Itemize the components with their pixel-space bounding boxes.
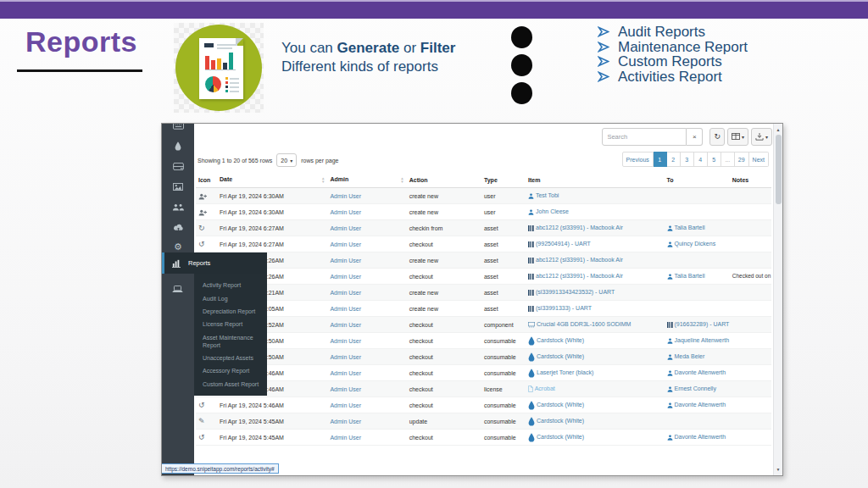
- pagination-next[interactable]: Next: [749, 152, 769, 167]
- cell-date: Fri Apr 19, 2024 5:45AM: [217, 413, 327, 430]
- pagination-page-29[interactable]: 29: [735, 152, 749, 167]
- pagination-previous[interactable]: Previous: [622, 152, 654, 167]
- pagination-page-1[interactable]: 1: [654, 152, 667, 167]
- item-link[interactable]: John Cleese: [528, 208, 569, 214]
- to-link[interactable]: Talia Bartell: [667, 225, 705, 230]
- to-link[interactable]: Jaqueline Altenwerth: [667, 337, 730, 343]
- admin-link[interactable]: Admin User: [330, 402, 361, 408]
- submenu-item-custom-asset-report[interactable]: Custom Asset Report: [203, 378, 267, 391]
- item-link[interactable]: Crucial 4GB DDR3L-1600 SODIMM: [528, 321, 631, 327]
- droplet-icon[interactable]: [175, 140, 181, 151]
- scroll-down-icon[interactable]: ▼: [774, 467, 782, 472]
- item-link[interactable]: abc1212 (sl33991) - Macbook Air: [528, 273, 623, 279]
- to-link[interactable]: Talia Bartell: [667, 273, 705, 279]
- column-header-admin[interactable]: Admin▲▼: [327, 173, 406, 188]
- cell-to: (916632289) - UART: [665, 317, 730, 333]
- admin-link[interactable]: Admin User: [330, 258, 361, 263]
- pagination-page-4[interactable]: 4: [694, 152, 708, 167]
- to-link[interactable]: Davonte Altenwerth: [667, 402, 726, 408]
- cell-item: Cardstock (White): [526, 430, 664, 446]
- submenu-item-audit-log[interactable]: Audit Log: [203, 291, 267, 304]
- submenu-item-activity-report[interactable]: Activity Report: [203, 279, 267, 291]
- to-link[interactable]: Meda Beier: [667, 353, 705, 359]
- laptop-icon[interactable]: [172, 281, 183, 297]
- column-header-date[interactable]: Date▲▼: [217, 173, 327, 188]
- page-size-dropdown[interactable]: 20▾: [276, 153, 297, 167]
- admin-link[interactable]: Admin User: [330, 225, 361, 231]
- submenu-item-accessory-report[interactable]: Accessory Report: [203, 364, 267, 377]
- item-link[interactable]: (sl339913343423532) - UART: [528, 289, 615, 295]
- pie-chart-graphic: [205, 76, 221, 92]
- keyboard-icon[interactable]: [173, 123, 184, 130]
- columns-button[interactable]: ▾: [727, 128, 748, 146]
- admin-link[interactable]: Admin User: [330, 370, 361, 376]
- submenu-item-license-report[interactable]: License Report: [203, 318, 267, 330]
- image-icon[interactable]: [173, 180, 183, 191]
- to-link[interactable]: Davonte Altenwerth: [667, 369, 726, 375]
- scrollbar-thumb[interactable]: [776, 135, 782, 204]
- hdd-icon[interactable]: [173, 160, 184, 171]
- cell-date: Fri Apr 19, 2024 6:27AM: [217, 220, 327, 236]
- to-link[interactable]: (916632289) - UART: [667, 321, 730, 327]
- to-link[interactable]: Quincy Dickens: [667, 241, 716, 247]
- scroll-up-icon[interactable]: ▲: [774, 127, 782, 132]
- cell-notes: [730, 430, 771, 446]
- item-link[interactable]: Cardstock (White): [528, 353, 584, 359]
- submenu-item-unaccepted-assets[interactable]: Unaccepted Assets: [203, 352, 267, 364]
- cell-notes: [730, 413, 771, 430]
- pagination-page-5[interactable]: 5: [708, 152, 721, 167]
- item-link[interactable]: Test Tobi: [528, 192, 559, 198]
- cell-action: create new: [407, 188, 481, 204]
- admin-link[interactable]: Admin User: [330, 274, 361, 280]
- cell-to: [665, 285, 730, 301]
- cell-notes: [730, 317, 771, 333]
- admin-link[interactable]: Admin User: [330, 209, 361, 215]
- vertical-scrollbar[interactable]: ▲ ▼: [773, 124, 782, 475]
- item-link[interactable]: abc1212 (sl33991) - Macbook Air: [528, 225, 623, 230]
- bullet-dot: [511, 82, 532, 104]
- admin-link[interactable]: Admin User: [330, 306, 361, 312]
- gear-icon[interactable]: ⚙: [174, 241, 182, 252]
- export-button[interactable]: ▾: [751, 128, 772, 146]
- admin-link[interactable]: Admin User: [330, 419, 361, 424]
- admin-link[interactable]: Admin User: [330, 290, 361, 296]
- admin-link[interactable]: Admin User: [330, 386, 361, 392]
- admin-link[interactable]: Admin User: [330, 193, 361, 199]
- admin-link[interactable]: Admin User: [330, 354, 361, 360]
- refresh-icon: ↻: [714, 132, 721, 141]
- cell-action: checkout: [407, 349, 481, 365]
- admin-link[interactable]: Admin User: [330, 338, 361, 344]
- pagination-page-3[interactable]: 3: [681, 152, 694, 167]
- table-row: Fri Apr 19, 2024 6:30AMAdmin Usercreate …: [196, 204, 771, 220]
- item-link[interactable]: Cardstock (White): [528, 402, 584, 408]
- cloud-upload-icon[interactable]: [173, 221, 184, 232]
- activity-table: IconDate▲▼Admin▲▼ActionTypeItemToNotes F…: [196, 173, 771, 446]
- admin-link[interactable]: Admin User: [330, 322, 361, 328]
- item-link[interactable]: abc1212 (sl33991) - Macbook Air: [528, 257, 623, 263]
- caret-down-icon: ▾: [290, 158, 292, 164]
- item-link[interactable]: (sl33991333) - UART: [528, 305, 592, 311]
- clear-search-button[interactable]: ×: [687, 128, 703, 146]
- cell-admin: Admin User: [327, 381, 406, 397]
- cell-action: checkout: [407, 317, 481, 333]
- refresh-button[interactable]: ↻: [709, 128, 725, 146]
- cell-notes: [730, 349, 771, 365]
- search-input[interactable]: [602, 128, 687, 146]
- to-link[interactable]: Davonte Altenwerth: [667, 434, 726, 440]
- item-link[interactable]: Cardstock (White): [528, 434, 584, 440]
- item-link[interactable]: Laserjet Toner (black): [528, 369, 593, 375]
- submenu-item-asset-maintenance-report[interactable]: Asset Maintenance Report: [203, 331, 267, 352]
- item-link[interactable]: Cardstock (White): [528, 418, 584, 424]
- sidebar-item-reports[interactable]: Reports: [162, 252, 267, 274]
- admin-link[interactable]: Admin User: [330, 241, 361, 247]
- cell-icon: [196, 204, 217, 220]
- pagination-page-2[interactable]: 2: [667, 152, 681, 167]
- submenu-item-depreciation-report[interactable]: Depreciation Report: [203, 305, 267, 318]
- to-link[interactable]: Ernest Connelly: [667, 385, 716, 391]
- item-link[interactable]: Cardstock (White): [528, 337, 584, 343]
- bar-chart-graphic: [205, 52, 236, 70]
- item-link[interactable]: (992504914) - UART: [528, 241, 591, 247]
- item-link[interactable]: Acrobat: [528, 385, 555, 391]
- admin-link[interactable]: Admin User: [330, 435, 361, 441]
- users-icon[interactable]: [172, 201, 184, 212]
